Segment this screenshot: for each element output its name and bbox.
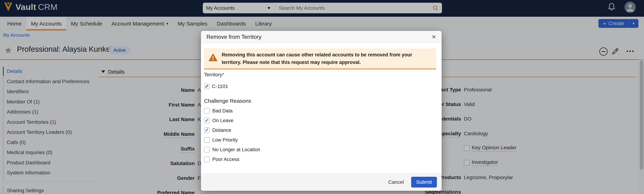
territory-c-1101-checkbox[interactable]: ✓ (204, 84, 210, 89)
reason-row-low-priority: ✓ Low Priority (204, 137, 436, 143)
dialog-header: Remove from Territory ✕ (201, 31, 442, 43)
reason-row-poor-access: ✓ Poor Access (204, 156, 436, 162)
territory-option-label: C-1101 (212, 84, 228, 89)
reason-row-distance: ✓ Distance (204, 127, 436, 133)
submit-button[interactable]: Submit (411, 177, 437, 188)
warning-message: Removing this account can cause other re… (222, 51, 430, 66)
poor-access-checkbox[interactable]: ✓ (204, 156, 210, 162)
dialog-footer: Cancel Submit (201, 173, 442, 191)
bad-data-checkbox[interactable]: ✓ (204, 108, 210, 114)
warning-banner: Removing this account can cause other re… (204, 48, 436, 69)
reason-row-bad-data: ✓ Bad Data (204, 108, 436, 114)
territory-option-row: ✓ C-1101 (204, 84, 436, 89)
no-longer-at-location-checkbox[interactable]: ✓ (204, 147, 210, 153)
reason-label: Low Priority (212, 137, 238, 143)
reason-row-on-leave: ✓ On Leave (204, 118, 436, 123)
close-icon[interactable]: ✕ (432, 34, 436, 40)
reason-label: No Longer at Location (212, 147, 260, 153)
low-priority-checkbox[interactable]: ✓ (204, 137, 210, 143)
reason-row-no-longer-at-location: ✓ No Longer at Location (204, 147, 436, 153)
dialog-title: Remove from Territory (206, 34, 262, 40)
cancel-button[interactable]: Cancel (388, 179, 404, 185)
required-asterisk: * (222, 72, 224, 77)
territory-field-label: Territory* (204, 72, 436, 78)
reason-label: Bad Data (212, 108, 233, 114)
challenge-reasons-heading: Challenge Reasons (204, 98, 436, 104)
remove-from-territory-dialog: Remove from Territory ✕ Removing this ac… (201, 31, 442, 191)
reason-label: On Leave (212, 118, 234, 123)
check-icon: ✓ (205, 128, 209, 133)
warning-triangle-icon (209, 54, 217, 62)
dialog-body: Removing this account can cause other re… (201, 43, 442, 162)
territory-label-text: Territory (204, 72, 222, 77)
on-leave-checkbox[interactable]: ✓ (204, 118, 210, 123)
check-icon: ✓ (205, 84, 209, 89)
reason-label: Poor Access (212, 157, 239, 162)
distance-checkbox[interactable]: ✓ (204, 127, 210, 133)
reason-label: Distance (212, 127, 231, 133)
check-icon: ✓ (205, 118, 209, 123)
